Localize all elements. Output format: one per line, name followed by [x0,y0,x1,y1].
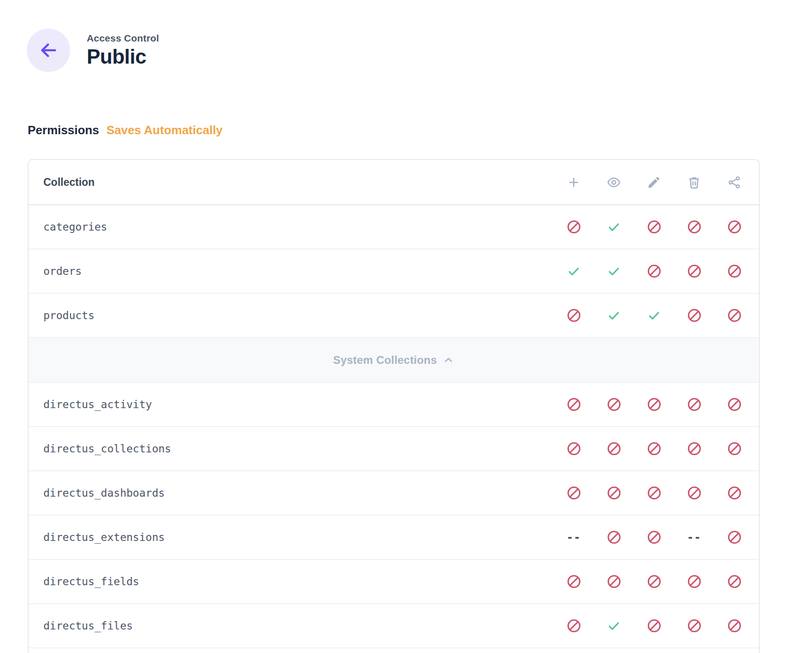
read-permission-toggle[interactable] [594,441,634,457]
share-permission-toggle[interactable] [714,529,754,545]
update-permission-toggle[interactable] [634,308,674,323]
status-deny [727,397,742,412]
share-permission-toggle[interactable] [714,263,754,279]
update-permission-toggle[interactable] [634,574,674,589]
table-body: categoriesordersproductsSystem Collectio… [29,205,759,648]
block-icon [606,529,622,545]
delete-permission-toggle[interactable] [674,441,714,457]
delete-permission-toggle[interactable] [674,219,714,235]
read-permission-toggle[interactable] [594,263,634,279]
share-icon [727,175,741,190]
status-deny [687,618,702,634]
status-deny [646,397,662,412]
block-icon [646,219,662,235]
read-permission-toggle[interactable] [594,397,634,412]
status-deny [727,574,742,589]
status-deny [646,219,662,235]
permissions-heading: Permissions Saves Automatically [28,123,812,137]
page-header: Access Control Public [0,0,812,72]
status-allow [567,264,581,279]
collection-name: directus_files [43,620,133,632]
permission-cells [554,219,754,235]
collection-name: directus_fields [43,576,139,588]
system-collections-toggle[interactable]: System Collections [29,338,759,383]
delete-permission-toggle[interactable] [674,308,714,323]
status-deny [727,308,742,323]
not-applicable-placeholder: -- [687,531,701,544]
block-icon [687,397,702,412]
block-icon [687,574,702,589]
eye-icon [607,175,621,190]
delete-permission-toggle[interactable] [674,263,714,279]
share-permission-toggle[interactable] [714,441,754,457]
block-icon [606,574,622,589]
delete-permission-toggle[interactable] [674,397,714,412]
arrow-left-icon [38,40,59,61]
read-permission-toggle[interactable] [594,529,634,545]
read-permission-toggle[interactable] [594,308,634,323]
delete-permission-toggle[interactable] [674,574,714,589]
create-permission-toggle[interactable] [554,618,594,634]
column-header-delete [674,175,714,190]
table-header-row: Collection [29,160,759,205]
read-permission-toggle[interactable] [594,485,634,501]
create-permission-toggle[interactable] [554,574,594,589]
back-button[interactable] [27,29,70,72]
block-icon [646,263,662,279]
chevron-up-icon [442,354,454,366]
delete-permission-toggle[interactable] [674,485,714,501]
update-permission-toggle[interactable] [634,263,674,279]
delete-permission-toggle[interactable]: -- [674,529,714,545]
update-permission-toggle[interactable] [634,219,674,235]
table-row: directus_activity [29,383,759,427]
create-permission-toggle[interactable] [554,485,594,501]
update-permission-toggle[interactable] [634,529,674,545]
create-permission-toggle[interactable]: -- [554,529,594,545]
block-icon [566,574,582,589]
collection-name: products [43,309,95,321]
column-header-share [714,175,754,190]
table-row: directus_dashboards [29,471,759,516]
create-permission-toggle[interactable] [554,263,594,279]
read-permission-toggle[interactable] [594,574,634,589]
update-permission-toggle[interactable] [634,485,674,501]
block-icon [727,529,742,545]
block-icon [646,529,662,545]
create-permission-toggle[interactable] [554,308,594,323]
permission-cells [554,308,754,323]
block-icon [727,308,742,323]
block-icon [727,441,742,457]
share-permission-toggle[interactable] [714,219,754,235]
create-permission-toggle[interactable] [554,397,594,412]
share-permission-toggle[interactable] [714,308,754,323]
share-permission-toggle[interactable] [714,485,754,501]
read-permission-toggle[interactable] [594,618,634,634]
block-icon [727,397,742,412]
check-icon [607,619,621,633]
status-deny [687,485,702,501]
share-permission-toggle[interactable] [714,618,754,634]
block-icon [566,308,582,323]
status-deny [646,618,662,634]
block-icon [687,219,702,235]
block-icon [727,263,742,279]
permission-cells [554,618,754,634]
update-permission-toggle[interactable] [634,441,674,457]
check-icon [607,264,621,279]
status-deny [687,308,702,323]
collection-name: directus_dashboards [43,487,165,499]
check-icon [607,309,621,323]
read-permission-toggle[interactable] [594,219,634,235]
system-collections-label: System Collections [333,354,437,367]
create-permission-toggle[interactable] [554,441,594,457]
block-icon [727,618,742,634]
status-deny [566,441,582,457]
delete-permission-toggle[interactable] [674,618,714,634]
create-permission-toggle[interactable] [554,219,594,235]
share-permission-toggle[interactable] [714,397,754,412]
update-permission-toggle[interactable] [634,397,674,412]
block-icon [727,219,742,235]
share-permission-toggle[interactable] [714,574,754,589]
update-permission-toggle[interactable] [634,618,674,634]
block-icon [727,574,742,589]
